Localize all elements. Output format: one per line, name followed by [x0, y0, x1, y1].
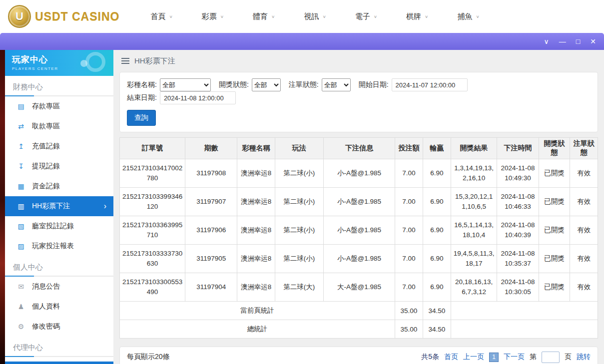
nav-item-label: 彩票	[202, 12, 217, 21]
gamepad-dot-icon	[80, 60, 87, 67]
start-date-label: 開始日期:	[359, 80, 389, 89]
section-divider	[5, 95, 113, 96]
gamepad-icon	[85, 52, 105, 72]
start-date-filter: 開始日期:	[359, 78, 468, 91]
column-header-bet: 投注額	[395, 138, 423, 159]
page-total-win: 34.50	[423, 302, 451, 320]
sidebar-item[interactable]: ▧廳室投註記錄	[5, 216, 113, 236]
lottery-bets-icon: ▥	[17, 202, 25, 210]
total-count: 共5条	[421, 353, 439, 362]
nav-item[interactable]: 視訊∨	[304, 12, 326, 21]
player-bet-report-icon: ▨	[17, 242, 25, 250]
sidebar-item[interactable]: ▥HH彩票下注›	[5, 196, 113, 216]
table-row: 215217310339934612031197907澳洲幸运8第二球(小)小-…	[120, 188, 598, 216]
change-password-gear-icon: ⚙	[17, 323, 25, 331]
nav-item[interactable]: 體育∨	[253, 12, 275, 21]
page-total-bet: 35.00	[395, 302, 423, 320]
sidebar-item[interactable]: ▨玩家投注報表	[5, 236, 113, 256]
cell-win: 6.90	[423, 216, 451, 245]
breadcrumb: HH彩票下注	[119, 50, 598, 72]
menu-toggle-icon[interactable]	[121, 60, 129, 61]
app-body: 玩家中心 PLAYERS CENTER 財務中心▤存款專區⇄取款專區↥充值記錄↧…	[0, 50, 604, 364]
sidebar-item[interactable]: ↧提現記錄	[5, 156, 113, 176]
nav-item[interactable]: 首頁∨	[150, 12, 172, 21]
sidebar-item[interactable]: ♟個人資料	[5, 297, 113, 317]
site-logo[interactable]: U USDT CASINO	[8, 5, 119, 28]
cell-order: 2152173103333730630	[120, 245, 185, 273]
cell-bet: 7.00	[395, 216, 423, 245]
sidebar-menu: 財務中心▤存款專區⇄取款專區↥充值記錄↧提現記錄▦資金記錄▥HH彩票下注›▧廳室…	[5, 76, 113, 357]
chevron-down-icon[interactable]: ∨	[544, 38, 549, 45]
lottery-name-select[interactable]: 全部	[160, 78, 211, 91]
order-status-select[interactable]: 全部	[322, 78, 351, 91]
current-page[interactable]: 1	[489, 353, 499, 362]
sidebar-item-label: 修改密碼	[32, 322, 60, 331]
sidebar-bottom-strip	[5, 362, 113, 364]
cell-lottery: 澳洲幸运8	[237, 273, 275, 302]
sidebar-item[interactable]: ⚙修改密碼	[5, 317, 113, 337]
maximize-icon[interactable]: □	[576, 38, 580, 45]
draw-status-select[interactable]: 全部	[252, 78, 281, 91]
grand-total-win: 34.50	[423, 320, 451, 339]
next-page-link[interactable]: 下一页	[504, 353, 525, 362]
column-header-period: 期數	[185, 138, 237, 159]
nav-item[interactable]: 捕魚∨	[457, 12, 479, 21]
cell-result: 1,3,14,19,13,2,16,10	[451, 159, 497, 188]
cell-result: 20,18,16,13,6,7,3,12	[451, 273, 497, 302]
nav-item-label: 體育	[253, 12, 268, 21]
grand-total-empty	[451, 320, 598, 339]
cell-play: 第二球(小)	[275, 216, 323, 245]
cell-bet: 7.00	[395, 245, 423, 273]
page-total-row: 當前頁統計 35.00 34.50	[120, 302, 598, 320]
page-jump-input[interactable]	[542, 352, 560, 363]
prev-page-link[interactable]: 上一页	[463, 353, 484, 362]
start-date-input[interactable]	[392, 78, 468, 91]
cell-play: 第二球(小)	[275, 188, 323, 216]
cell-period: 31197908	[185, 159, 237, 188]
nav-item[interactable]: 彩票∨	[202, 12, 224, 21]
lottery-name-filter: 彩種名稱: 全部	[127, 78, 211, 91]
draw-status-label: 開獎狀態:	[219, 80, 249, 89]
cell-order-status: 有效	[570, 273, 598, 302]
announcement-bell-icon: ✉	[17, 283, 25, 291]
sidebar-item[interactable]: ✉消息公告	[5, 277, 113, 297]
nav-item[interactable]: 電子∨	[355, 12, 377, 21]
cell-order: 2152173103417002780	[120, 159, 185, 188]
cell-order-status: 有效	[570, 159, 598, 188]
minimize-icon[interactable]: —	[559, 38, 566, 45]
first-page-link[interactable]: 首页	[444, 353, 458, 362]
cell-time: 2024-11-08 10:40:39	[497, 216, 539, 245]
cell-time: 2024-11-08 10:30:05	[497, 273, 539, 302]
chevron-down-icon: ∨	[271, 14, 275, 19]
order-status-filter: 注單狀態: 全部	[289, 78, 351, 91]
sidebar-item[interactable]: ↥充值記錄	[5, 136, 113, 156]
cell-time: 2024-11-08 10:49:30	[497, 159, 539, 188]
cell-order-status: 有效	[570, 216, 598, 245]
cell-win: 6.90	[423, 159, 451, 188]
jump-button[interactable]: 跳转	[577, 353, 591, 362]
sidebar-item[interactable]: ▤存款專區	[5, 96, 113, 116]
cell-win: 6.90	[423, 245, 451, 273]
sidebar: 玩家中心 PLAYERS CENTER 財務中心▤存款專區⇄取款專區↥充值記錄↧…	[5, 50, 113, 364]
cell-bet: 7.00	[395, 159, 423, 188]
deposit-icon: ▤	[17, 102, 25, 110]
query-button[interactable]: 查詢	[127, 110, 156, 126]
main-content: HH彩票下注 彩種名稱: 全部 開獎狀態: 全部 注單狀態:	[113, 50, 604, 364]
nav-item[interactable]: 棋牌∨	[406, 12, 428, 21]
cell-order-status: 有效	[570, 245, 598, 273]
cell-info: 小-A盤@1.985	[323, 188, 395, 216]
section-divider	[5, 356, 113, 357]
sidebar-item[interactable]: ▦資金記錄	[5, 176, 113, 196]
cell-lottery: 澳洲幸运8	[237, 188, 275, 216]
nav-item-label: 電子	[355, 12, 370, 21]
sidebar-item[interactable]: ⇄取款專區	[5, 116, 113, 136]
cell-period: 31197906	[185, 216, 237, 245]
page-total-label: 當前頁統計	[120, 302, 395, 320]
column-header-info: 下注信息	[323, 138, 395, 159]
end-date-input[interactable]	[160, 91, 236, 104]
nav-item-label: 棋牌	[406, 12, 421, 21]
withdrawal-record-icon: ↧	[17, 162, 25, 170]
cell-period: 31197904	[185, 273, 237, 302]
filter-panel: 彩種名稱: 全部 開獎狀態: 全部 注單狀態: 全部	[119, 72, 598, 132]
close-icon[interactable]: ✕	[590, 38, 596, 45]
